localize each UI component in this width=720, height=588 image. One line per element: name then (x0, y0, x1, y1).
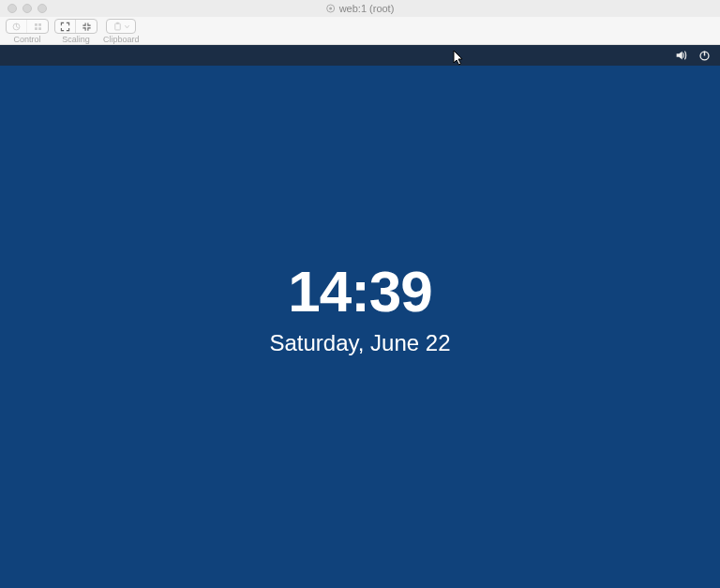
svg-rect-4 (116, 22, 119, 23)
control-options-button[interactable] (27, 20, 48, 33)
scaling-expand-button[interactable] (55, 20, 76, 33)
remote-screen[interactable]: 14:39 Saturday, June 22 (0, 45, 720, 588)
svg-rect-3 (115, 23, 121, 30)
window-title-text: web:1 (root) (339, 3, 395, 14)
clipboard-button[interactable] (107, 20, 135, 33)
window-titlebar: web:1 (root) (0, 0, 720, 17)
svg-point-1 (329, 8, 332, 10)
lock-screen[interactable]: 14:39 Saturday, June 22 (0, 36, 720, 579)
zoom-window-button[interactable] (38, 4, 47, 13)
clock-time: 14:39 (288, 258, 432, 324)
traffic-lights (8, 4, 47, 13)
control-connect-button[interactable] (7, 20, 27, 33)
scaling-shrink-button[interactable] (76, 20, 97, 33)
close-window-button[interactable] (8, 4, 17, 13)
window-title: web:1 (root) (326, 3, 395, 14)
vnc-icon (326, 4, 336, 13)
minimize-window-button[interactable] (22, 4, 32, 13)
clock-date: Saturday, June 22 (269, 330, 450, 356)
